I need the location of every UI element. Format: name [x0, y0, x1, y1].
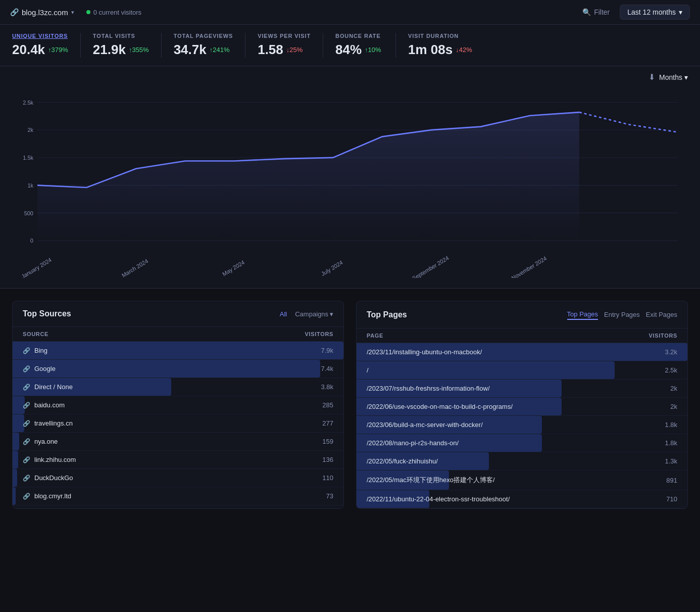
- source-row[interactable]: 🔗 travellings.cn 277: [13, 414, 343, 433]
- source-row-value: 136: [322, 456, 333, 463]
- stat-total-pageviews[interactable]: TOTAL PAGEVIEWS 34.7k↑241%: [174, 33, 246, 58]
- page-row[interactable]: /2022/05/mac环境下使用hexo搭建个人博客/ 891: [357, 470, 687, 490]
- page-row[interactable]: /2022/05/fuck-zhihuishu/ 1.3k: [357, 452, 687, 470]
- page-row-value: 2k: [670, 403, 677, 410]
- stat-value-views-per-visit: 1.58↓25%: [258, 42, 311, 58]
- source-col-header: Source: [23, 331, 48, 337]
- source-row-content: 🔗 nya.one: [23, 438, 322, 445]
- stat-total-visits[interactable]: TOTAL VISITS 21.9k↑355%: [93, 33, 162, 58]
- source-row[interactable]: 🔗 baidu.com 285: [13, 396, 343, 414]
- source-row-value: 73: [326, 492, 333, 500]
- source-row[interactable]: 🔗 blog.cmyr.ltd 73: [13, 487, 343, 505]
- stat-bounce-rate[interactable]: BOUNCE RATE 84%↑10%: [335, 33, 396, 58]
- stat-label-total-pageviews: TOTAL PAGEVIEWS: [174, 33, 233, 39]
- source-row[interactable]: 🔗 Bing 7.9k: [13, 342, 343, 360]
- source-row[interactable]: 🔗 DuckDuckGo 110: [13, 469, 343, 487]
- source-row[interactable]: 🔗 Direct / None 3.8k: [13, 378, 343, 396]
- source-row-label: link.zhihu.com: [34, 456, 76, 463]
- y-axis-label: 2.5k: [23, 99, 33, 105]
- page-row[interactable]: /2022/08/nano-pi-r2s-hands-on/ 1.8k: [357, 434, 687, 452]
- page-row-content: /2022/08/nano-pi-r2s-hands-on/: [367, 439, 665, 447]
- bottom-panels: Top Sources All Campaigns ▾ Source Visit…: [0, 289, 700, 521]
- page-row[interactable]: /2023/06/build-a-mc-server-with-docker/ …: [357, 416, 687, 434]
- stat-unique-visitors[interactable]: UNIQUE VISITORS 20.4k↑379%: [12, 33, 81, 58]
- stat-change-bounce-rate: ↑10%: [365, 46, 381, 54]
- campaigns-button[interactable]: Campaigns ▾: [295, 310, 333, 318]
- page-row-content: /2023/11/installing-ubuntu-on-macbook/: [367, 348, 665, 356]
- tab-top-pages[interactable]: Top Pages: [567, 309, 598, 320]
- stat-views-per-visit[interactable]: VIEWS PER VISIT 1.58↓25%: [258, 33, 323, 58]
- page-row-content: /2022/05/mac环境下使用hexo搭建个人博客/: [367, 476, 666, 485]
- page-row[interactable]: /2023/11/installing-ubuntu-on-macbook/ 3…: [357, 343, 687, 361]
- page-row-label: /: [367, 366, 369, 374]
- stat-visit-duration[interactable]: VISIT DURATION 1m 08s↓42%: [408, 33, 484, 58]
- tab-exit-pages[interactable]: Exit Pages: [646, 310, 677, 319]
- chart-area: ⬇ Months ▾ 2.5k2k1.5k1k5000January 2024M…: [0, 66, 700, 289]
- top-sources-header: Top Sources All Campaigns ▾: [13, 301, 343, 327]
- site-selector[interactable]: 🔗 blog.l3zc.com ▾: [10, 8, 74, 17]
- stat-value-unique-visitors: 20.4k↑379%: [12, 42, 68, 58]
- all-tab[interactable]: All: [280, 310, 287, 318]
- page-row-value: 2.5k: [665, 366, 677, 374]
- source-row-content: 🔗 DuckDuckGo: [23, 474, 322, 482]
- top-pages-tabs: Top Pages Entry Pages Exit Pages: [567, 309, 677, 320]
- source-link-icon: 🔗: [23, 420, 30, 427]
- y-axis-label: 1.5k: [23, 155, 33, 161]
- date-range-chevron-icon: ▾: [679, 8, 682, 16]
- stat-label-bounce-rate: BOUNCE RATE: [335, 33, 383, 39]
- source-link-icon: 🔗: [23, 493, 30, 500]
- page-row-value: 3.2k: [665, 348, 677, 356]
- tab-entry-pages[interactable]: Entry Pages: [604, 310, 640, 319]
- top-sources-panel: Top Sources All Campaigns ▾ Source Visit…: [12, 301, 344, 509]
- stat-change-unique-visitors: ↑379%: [48, 46, 68, 54]
- page-row[interactable]: /2022/11/ubuntu-22-04-electron-ssr-troub…: [357, 490, 687, 508]
- y-axis-label: 500: [24, 210, 33, 216]
- source-row-bar: [13, 487, 16, 505]
- source-row-value: 159: [322, 438, 333, 445]
- source-link-icon: 🔗: [23, 384, 30, 391]
- page-row-content: /2022/06/use-vscode-on-mac-to-build-c-pr…: [367, 403, 670, 410]
- top-pages-panel: Top Pages Top Pages Entry Pages Exit Pag…: [356, 301, 688, 509]
- x-axis-label: November 2024: [511, 255, 548, 278]
- source-row-content: 🔗 Direct / None: [23, 383, 321, 391]
- stat-value-total-visits: 21.9k↑355%: [93, 42, 149, 58]
- source-row-content: 🔗 baidu.com: [23, 401, 322, 409]
- source-row[interactable]: 🔗 link.zhihu.com 136: [13, 451, 343, 469]
- stat-value-total-pageviews: 34.7k↑241%: [174, 42, 233, 58]
- download-button[interactable]: ⬇: [648, 72, 655, 82]
- site-chevron-icon: ▾: [71, 9, 74, 16]
- source-row[interactable]: 🔗 Google 7.4k: [13, 360, 343, 378]
- campaigns-chevron-icon: ▾: [330, 310, 333, 318]
- page-row[interactable]: / 2.5k: [357, 361, 687, 380]
- source-link-icon: 🔗: [23, 438, 30, 445]
- source-row-label: travellings.cn: [34, 419, 73, 427]
- y-axis-label: 1k: [27, 182, 33, 189]
- y-axis-label: 2k: [27, 127, 33, 133]
- y-axis-label: 0: [30, 238, 33, 244]
- x-axis-label: May 2024: [221, 259, 245, 277]
- source-row-content: 🔗 blog.cmyr.ltd: [23, 492, 326, 500]
- source-row[interactable]: 🔗 nya.one 159: [13, 433, 343, 451]
- page-row-value: 1.8k: [665, 439, 677, 447]
- date-range-button[interactable]: Last 12 months ▾: [620, 5, 690, 20]
- page-row-value: 710: [666, 495, 677, 503]
- x-axis-label: March 2024: [121, 258, 149, 278]
- source-row-label: blog.cmyr.ltd: [34, 492, 71, 500]
- source-row-content: 🔗 travellings.cn: [23, 419, 322, 427]
- date-range-label: Last 12 months: [627, 8, 676, 16]
- source-row-label: Direct / None: [34, 383, 73, 391]
- source-row-label: baidu.com: [34, 401, 65, 409]
- filter-label: Filter: [594, 8, 610, 16]
- source-row-value: 3.8k: [321, 383, 333, 391]
- page-row[interactable]: /2023/07/rsshub-freshrss-information-flo…: [357, 380, 687, 398]
- months-selector[interactable]: Months ▾: [659, 73, 688, 81]
- stat-value-visit-duration: 1m 08s↓42%: [408, 42, 472, 58]
- page-row[interactable]: /2022/06/use-vscode-on-mac-to-build-c-pr…: [357, 398, 687, 416]
- stat-label-visit-duration: VISIT DURATION: [408, 33, 472, 39]
- header-right: 🔍 Filter Last 12 months ▾: [578, 5, 690, 20]
- source-row-bar: [13, 451, 18, 468]
- page-col-header: Page: [367, 333, 383, 339]
- chart-controls: ⬇ Months ▾: [12, 72, 688, 82]
- months-chevron-icon: ▾: [684, 73, 688, 81]
- filter-button[interactable]: 🔍 Filter: [578, 6, 614, 18]
